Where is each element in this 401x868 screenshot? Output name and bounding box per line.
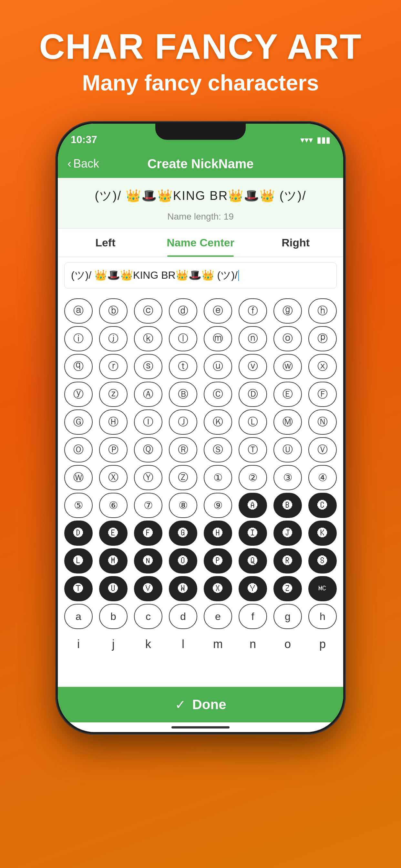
- char-btn[interactable]: ⓖ: [274, 299, 302, 323]
- char-btn[interactable]: 🅢: [308, 548, 337, 574]
- char-btn[interactable]: 🅜: [99, 548, 127, 574]
- done-bar[interactable]: ✓ Done: [58, 687, 343, 722]
- char-btn[interactable]: Ⓔ: [274, 382, 302, 407]
- char-btn[interactable]: 🅪: [308, 576, 337, 601]
- char-btn[interactable]: Ⓙ: [169, 409, 197, 435]
- char-btn[interactable]: Ⓥ: [308, 437, 337, 462]
- char-btn[interactable]: f: [239, 604, 267, 629]
- char-btn[interactable]: ⓛ: [169, 326, 197, 351]
- char-btn[interactable]: Ⓟ: [99, 437, 127, 462]
- char-btn[interactable]: ⓩ: [99, 382, 127, 407]
- char-btn[interactable]: Ⓡ: [169, 437, 197, 462]
- char-btn[interactable]: Ⓩ: [169, 465, 197, 490]
- char-btn[interactable]: 🅠: [239, 548, 267, 574]
- char-btn[interactable]: ①: [204, 465, 232, 490]
- char-btn[interactable]: ⓙ: [99, 326, 127, 351]
- char-btn[interactable]: ⓒ: [134, 299, 162, 323]
- char-btn[interactable]: Ⓒ: [204, 382, 232, 407]
- char-btn[interactable]: Ⓕ: [308, 382, 337, 407]
- char-btn[interactable]: Ⓝ: [308, 409, 337, 435]
- char-btn[interactable]: 🅨: [239, 576, 267, 601]
- char-btn[interactable]: 🅤: [99, 576, 127, 601]
- char-btn[interactable]: 🅣: [64, 576, 93, 601]
- char-btn[interactable]: 🅦: [169, 576, 197, 601]
- char-btn[interactable]: ⑨: [204, 493, 232, 518]
- char-btn[interactable]: ②: [239, 465, 267, 490]
- char-btn[interactable]: o: [274, 631, 302, 657]
- char-btn[interactable]: Ⓓ: [239, 382, 267, 407]
- char-btn[interactable]: ⓑ: [99, 299, 127, 323]
- char-btn[interactable]: 🅝: [134, 548, 162, 574]
- char-btn[interactable]: Ⓐ: [134, 382, 162, 407]
- tab-center[interactable]: Name Center: [153, 228, 248, 257]
- back-button[interactable]: ‹ Back: [67, 157, 99, 170]
- char-btn[interactable]: i: [64, 631, 93, 657]
- char-btn[interactable]: ⓜ: [204, 326, 232, 351]
- tab-right[interactable]: Right: [248, 228, 343, 257]
- char-btn[interactable]: Ⓤ: [274, 437, 302, 462]
- char-btn[interactable]: Ⓚ: [204, 409, 232, 435]
- char-btn[interactable]: Ⓛ: [239, 409, 267, 435]
- char-btn[interactable]: ⓕ: [239, 299, 267, 323]
- char-btn[interactable]: ⓨ: [64, 382, 93, 407]
- char-btn[interactable]: 🅛: [64, 548, 93, 574]
- char-btn[interactable]: g: [274, 604, 302, 629]
- char-btn[interactable]: ⓚ: [134, 326, 162, 351]
- char-btn[interactable]: 🅓: [64, 521, 93, 546]
- char-btn[interactable]: ⓝ: [239, 326, 267, 351]
- char-btn[interactable]: ⑤: [64, 493, 93, 518]
- char-btn[interactable]: ⓗ: [308, 299, 337, 323]
- char-btn[interactable]: 🅞: [169, 548, 197, 574]
- char-btn[interactable]: 🅧: [204, 576, 232, 601]
- char-btn[interactable]: ⓦ: [274, 354, 302, 379]
- char-btn[interactable]: Ⓢ: [204, 437, 232, 462]
- char-btn[interactable]: 🅟: [204, 548, 232, 574]
- char-btn[interactable]: e: [204, 604, 232, 629]
- char-btn[interactable]: ⓟ: [308, 326, 337, 351]
- char-btn[interactable]: b: [99, 604, 127, 629]
- char-btn[interactable]: 🅖: [169, 521, 197, 546]
- char-btn[interactable]: 🅐: [239, 493, 267, 518]
- char-btn[interactable]: Ⓘ: [134, 409, 162, 435]
- char-btn[interactable]: Ⓠ: [134, 437, 162, 462]
- char-btn[interactable]: Ⓦ: [64, 465, 93, 490]
- char-btn[interactable]: Ⓞ: [64, 437, 93, 462]
- char-btn[interactable]: c: [134, 604, 162, 629]
- char-btn[interactable]: 🅘: [239, 521, 267, 546]
- char-btn[interactable]: 🅚: [308, 521, 337, 546]
- char-btn[interactable]: ⓤ: [204, 354, 232, 379]
- char-btn[interactable]: Ⓜ: [274, 409, 302, 435]
- char-btn[interactable]: n: [239, 631, 267, 657]
- char-btn[interactable]: Ⓣ: [239, 437, 267, 462]
- char-btn[interactable]: ⓠ: [64, 354, 93, 379]
- char-btn[interactable]: ⑥: [99, 493, 127, 518]
- char-btn[interactable]: Ⓧ: [99, 465, 127, 490]
- char-btn[interactable]: 🅡: [274, 548, 302, 574]
- char-btn[interactable]: k: [134, 631, 162, 657]
- char-btn[interactable]: 🅔: [99, 521, 127, 546]
- char-btn[interactable]: l: [169, 631, 197, 657]
- char-btn[interactable]: 🅑: [274, 493, 302, 518]
- char-btn[interactable]: Ⓨ: [134, 465, 162, 490]
- char-btn[interactable]: ③: [274, 465, 302, 490]
- char-btn[interactable]: ⓞ: [274, 326, 302, 351]
- char-btn[interactable]: 🅩: [274, 576, 302, 601]
- char-btn[interactable]: a: [64, 604, 93, 629]
- char-btn[interactable]: ⑦: [134, 493, 162, 518]
- char-btn[interactable]: ⓓ: [169, 299, 197, 323]
- char-btn[interactable]: m: [204, 631, 232, 657]
- char-btn[interactable]: 🅥: [134, 576, 162, 601]
- nickname-input[interactable]: (ツ)/ 👑🎩👑KING BR👑🎩👑 (ツ)/: [64, 262, 337, 289]
- char-btn[interactable]: h: [308, 604, 337, 629]
- char-btn[interactable]: d: [169, 604, 197, 629]
- char-btn[interactable]: Ⓑ: [169, 382, 197, 407]
- tab-left[interactable]: Left: [58, 228, 153, 257]
- char-btn[interactable]: ⓣ: [169, 354, 197, 379]
- char-btn[interactable]: ⓢ: [134, 354, 162, 379]
- char-btn[interactable]: Ⓖ: [64, 409, 93, 435]
- char-btn[interactable]: ⓧ: [308, 354, 337, 379]
- char-btn[interactable]: 🅙: [274, 521, 302, 546]
- char-btn[interactable]: ⑧: [169, 493, 197, 518]
- char-btn[interactable]: 🅕: [134, 521, 162, 546]
- char-btn[interactable]: ④: [308, 465, 337, 490]
